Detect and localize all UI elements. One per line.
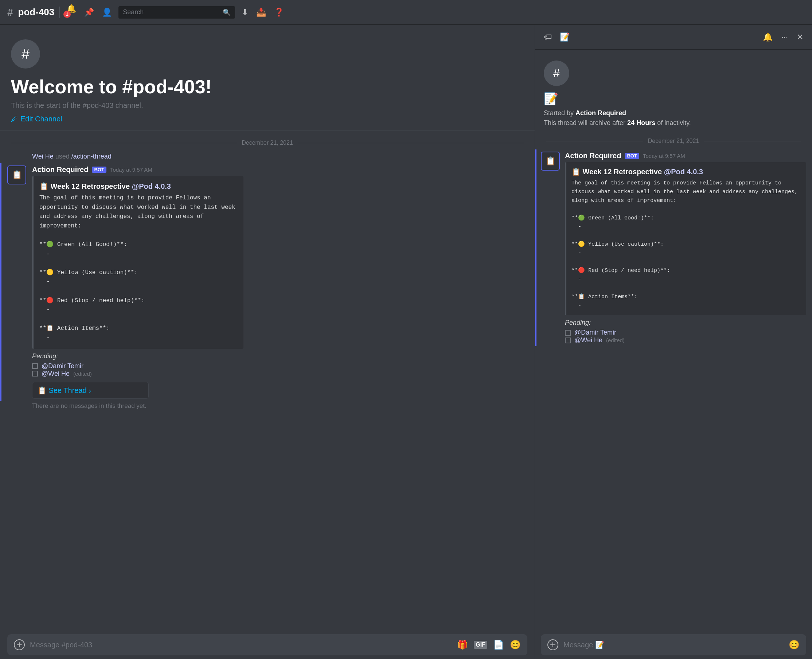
right-note-icon: 📝 (558, 31, 571, 43)
pending-label-left: Pending: (32, 352, 527, 360)
pinned-icon[interactable]: 📌 (83, 6, 96, 19)
bot-tag-right: BOT (625, 153, 639, 159)
pending-item-1: @Damir Temir (32, 362, 527, 370)
embed-title-text: Week 12 Retrospective (50, 182, 130, 190)
edit-channel-label: Edit Channel (20, 115, 62, 123)
embed-right: 📋 Week 12 Retrospective @Pod 4.0.3 The g… (565, 162, 806, 315)
date-divider-right: December 21, 2021 (535, 133, 812, 150)
message-time-right: Today at 9:57 AM (643, 153, 685, 159)
embed-left: 📋 Week 12 Retrospective @Pod 4.0.3 The g… (32, 176, 243, 349)
embed-title-text-right: Week 12 Retrospective (583, 168, 662, 176)
pending-mention-2: @Wei He (41, 370, 69, 378)
pending-mention-1: @Damir Temir (41, 362, 84, 370)
archive-duration: 24 Hours (627, 119, 655, 126)
embed-title-right: 📋 Week 12 Retrospective @Pod 4.0.3 (571, 167, 801, 176)
used-command-notice: Wei He used /action-thread (0, 151, 535, 163)
right-hashtag-icon: 🏷 (542, 31, 553, 43)
message-header-right: Action Required BOT Today at 9:57 AM (565, 151, 806, 160)
members-icon[interactable]: 👤 (101, 6, 114, 19)
embed-body-right: The goal of this meeting is to provide F… (571, 179, 801, 310)
sticker-icon[interactable]: 📄 (493, 640, 504, 650)
message-author-right: Action Required (565, 151, 621, 160)
thread-note-icon: 📝 (544, 92, 803, 106)
message-author-left: Action Required (32, 166, 88, 174)
input-icons-left: 🎁 GIF 📄 😊 (457, 640, 521, 650)
right-bell-icon[interactable]: 🔔 (762, 31, 774, 43)
see-thread-button[interactable]: 📋 See Thread › (32, 382, 149, 399)
channel-description: This is the start of the #pod-403 channe… (11, 101, 524, 110)
started-by-name: Action Required (575, 109, 626, 117)
bottom-input-right: + 😊 (541, 634, 806, 655)
started-by-label: Started by (544, 109, 574, 117)
used-command-slash: /action-thread (71, 153, 112, 160)
pending-section-left: Pending: @Damir Temir @Wei He (edited) (32, 352, 527, 378)
thread-header: # 📝 Started by Action Required This thre… (535, 50, 812, 133)
pending-label-right: Pending: (565, 319, 806, 326)
download-icon[interactable]: ⬇ (240, 6, 250, 19)
embed-title-mention: @Pod 4.0.3 (132, 182, 171, 190)
no-messages-text: There are no messages in this thread yet… (0, 401, 535, 413)
pending-section-right: Pending: @Damir Temir @Wei He (edited) (565, 319, 806, 344)
used-command-text: used (55, 153, 69, 160)
right-panel: 🏷 📝 🔔 ··· ✕ # 📝 Started by Action Requir… (535, 25, 812, 659)
message-content-left: Action Required BOT Today at 9:57 AM 📋 W… (32, 166, 527, 399)
emoji-icon[interactable]: 😊 (510, 640, 521, 650)
left-panel: # Welcome to #pod-403! This is the start… (0, 25, 535, 659)
bot-avatar-right: 📋 (541, 151, 560, 170)
right-messages: December 21, 2021 📋 Action Required BOT … (535, 133, 812, 631)
pending-checkbox-1[interactable] (32, 363, 38, 369)
channel-header: # Welcome to #pod-403! This is the start… (0, 25, 535, 131)
gift-icon[interactable]: 🎁 (457, 640, 468, 650)
channel-icon-large: # (11, 39, 40, 69)
search-bar[interactable]: 🔍 (118, 6, 235, 19)
message-group-right: 📋 Action Required BOT Today at 9:57 AM 📋… (535, 150, 812, 346)
gif-icon[interactable]: GIF (474, 641, 487, 649)
used-command-username: Wei He (32, 153, 54, 160)
search-input[interactable] (123, 8, 220, 16)
channel-hash-icon: # (7, 6, 13, 18)
embed-body-left: The goal of this meeting is to provide F… (39, 194, 238, 343)
pending-mention-right-1: @Damir Temir (574, 329, 616, 336)
add-attachment-button[interactable]: + (14, 639, 25, 650)
pending-item-right-2: @Wei He (edited) (565, 336, 806, 344)
notification-badge: 1 (63, 11, 71, 18)
right-top-bar: 🏷 📝 🔔 ··· ✕ (535, 25, 812, 50)
bottom-input-left: + 🎁 GIF 📄 😊 (7, 634, 527, 655)
top-bar-left: # pod-403 🔔 1 📌 👤 🔍 ⬇ 📥 ❓ (7, 3, 805, 22)
message-header-left: Action Required BOT Today at 9:57 AM (32, 166, 527, 174)
channel-hash-large: # (22, 46, 30, 62)
bot-tag-left: BOT (92, 167, 106, 173)
message-time-left: Today at 9:57 AM (110, 167, 152, 173)
message-input-right[interactable] (563, 641, 784, 649)
top-bar: # pod-403 🔔 1 📌 👤 🔍 ⬇ 📥 ❓ (0, 0, 812, 25)
pending-checkbox-right-1[interactable] (565, 330, 571, 336)
thread-started-by: Started by Action Required (544, 109, 803, 117)
main-area: # Welcome to #pod-403! This is the start… (0, 25, 812, 659)
message-input-left[interactable] (30, 641, 452, 649)
channel-title: Welcome to #pod-403! (11, 76, 524, 98)
emoji-icon-right[interactable]: 😊 (789, 640, 799, 650)
pending-edited-right-2: (edited) (606, 337, 625, 343)
thread-archive-note: This thread will archive after 24 Hours … (544, 119, 803, 127)
notifications-icon[interactable]: 🔔 1 (65, 3, 77, 22)
search-icon: 🔍 (223, 8, 231, 16)
pencil-icon: 🖊 (11, 115, 18, 123)
help-icon[interactable]: ❓ (273, 6, 285, 19)
pending-item-right-1: @Damir Temir (565, 329, 806, 336)
inbox-icon[interactable]: 📥 (255, 6, 268, 19)
embed-title-mention-right: @Pod 4.0.3 (664, 168, 703, 176)
right-more-icon[interactable]: ··· (780, 31, 789, 43)
message-content-right: Action Required BOT Today at 9:57 AM 📋 W… (565, 151, 806, 344)
embed-title-emoji-right: 📋 (571, 168, 583, 176)
pending-edited-2: (edited) (73, 370, 92, 377)
right-close-icon[interactable]: ✕ (795, 31, 805, 43)
right-top-bar-icons: 🔔 ··· ✕ (762, 31, 805, 43)
messages-area: December 21, 2021 Wei He used /action-th… (0, 131, 535, 631)
pending-checkbox-2[interactable] (32, 370, 38, 377)
divider (59, 6, 60, 18)
pending-item-2: @Wei He (edited) (32, 370, 527, 378)
pending-checkbox-right-2[interactable] (565, 337, 571, 343)
add-attachment-button-right[interactable]: + (547, 639, 558, 650)
thread-icon-large: # (544, 60, 569, 86)
edit-channel-button[interactable]: 🖊 Edit Channel (11, 115, 524, 123)
